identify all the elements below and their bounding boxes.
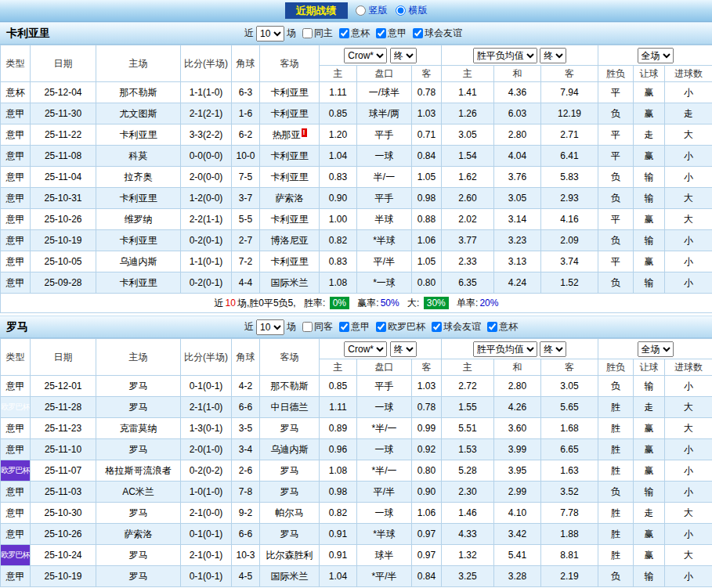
win-odds: 6.35 xyxy=(442,272,494,294)
scope-select[interactable]: 全场 xyxy=(638,48,674,63)
horizontal-layout-radio[interactable] xyxy=(396,5,406,16)
win-odds: 2.72 xyxy=(442,376,494,397)
match-row: 意甲25-11-30尤文图斯2-1(2-1)1-6卡利亚里0.85球半/两1.0… xyxy=(1,103,712,124)
corner-score: 3-7 xyxy=(232,188,260,209)
europe-source-select[interactable]: 胜平负均值 xyxy=(473,48,537,63)
layout-vertical-option[interactable]: 竖版 xyxy=(356,4,388,17)
filter-serie-a[interactable]: 意甲 xyxy=(339,320,370,334)
match-count-select[interactable]: 10 xyxy=(256,26,284,41)
goals-result: 小 xyxy=(665,524,712,545)
lose-odds: 7.78 xyxy=(541,503,598,524)
goals-result: 小 xyxy=(665,566,712,587)
handicap-result: 赢 xyxy=(634,103,665,124)
club-friendly-label: 球会友谊 xyxy=(425,27,462,40)
europe-period-select[interactable]: 终 xyxy=(540,48,566,63)
goals-result: 小 xyxy=(665,167,712,188)
subcol-win: 主 xyxy=(442,359,494,376)
away-team: 萨索洛 xyxy=(260,188,320,209)
match-result: 负 xyxy=(598,566,634,587)
draw-odds: 3.60 xyxy=(494,418,541,439)
lose-odds: 3.52 xyxy=(541,482,598,503)
match-row: 意甲25-11-03AC米兰1-0(1-0)7-8罗马0.98平/半0.902.… xyxy=(1,482,712,503)
handicap-home-odds: 0.82 xyxy=(320,503,357,524)
home-team: 卡利亚里 xyxy=(96,272,181,294)
corner-score: 2-7 xyxy=(232,230,260,251)
league-type: 意甲 xyxy=(1,272,31,294)
filter-club-friendly[interactable]: 球会友谊 xyxy=(413,27,462,40)
odds-period-select[interactable]: 终 xyxy=(390,341,417,357)
team-section-roma: 罗马 近 10 场 同客 意甲 欧罗巴杯 球会友谊 xyxy=(0,316,712,587)
match-row: 意甲25-10-31卡利亚里1-2(0-0)3-7萨索洛0.90平手0.982.… xyxy=(1,188,712,209)
europe-source-select[interactable]: 胜平负均值 xyxy=(473,341,537,357)
handicap-home-odds: 0.82 xyxy=(320,230,357,251)
lose-odds: 6.65 xyxy=(541,439,598,460)
lose-odds: 7.94 xyxy=(541,82,598,103)
subcol-draw: 和 xyxy=(494,359,541,376)
club-friendly-checkbox[interactable] xyxy=(413,28,423,38)
same-home-checkbox[interactable] xyxy=(302,28,313,38)
coppa-italia-checkbox[interactable] xyxy=(339,28,349,38)
handicap-rate-label: 赢率: xyxy=(357,298,378,308)
home-team: 罗马 xyxy=(96,397,181,418)
filter-serie-a[interactable]: 意甲 xyxy=(376,27,407,40)
away-team: 博洛尼亚 xyxy=(260,230,320,251)
filter-coppa-italia[interactable]: 意杯 xyxy=(487,320,518,334)
filter-same-away[interactable]: 同客 xyxy=(302,320,333,334)
handicap-result: 赢 xyxy=(634,251,665,272)
handicap-line: *平/半 xyxy=(357,566,412,587)
handicap-line: 球半 xyxy=(357,545,412,566)
club-friendly-checkbox[interactable] xyxy=(432,322,442,332)
match-result: 胜 xyxy=(598,460,634,482)
matches-table: 类型 日期 主场 比分(半场) 角球 客场 Crow* 终 胜平负均值 终 全场 xyxy=(0,45,712,313)
goals-result: 大 xyxy=(665,503,712,524)
page-title: 近期战绩 xyxy=(285,2,348,19)
handicap-home-odds: 1.04 xyxy=(320,146,357,167)
subcol-goals: 进球数 xyxy=(665,359,712,376)
subcol-win: 主 xyxy=(442,66,494,82)
match-count-select[interactable]: 10 xyxy=(256,319,284,335)
scope-select[interactable]: 全场 xyxy=(638,341,674,357)
away-team: 罗马 xyxy=(260,418,320,439)
odds-source-select[interactable]: Crow* xyxy=(344,48,387,63)
same-away-checkbox[interactable] xyxy=(302,322,313,332)
filter-europa-league[interactable]: 欧罗巴杯 xyxy=(376,320,425,334)
serie-a-label: 意甲 xyxy=(388,27,407,40)
score: 2-1(2-1) xyxy=(181,103,232,124)
lose-odds: 8.81 xyxy=(541,545,598,566)
handicap-away-odds: 0.80 xyxy=(412,460,442,482)
handicap-result: 走 xyxy=(634,397,665,418)
handicap-away-odds: 1.06 xyxy=(412,503,442,524)
goals-result: 大 xyxy=(665,209,712,230)
home-team: 罗马 xyxy=(96,503,181,524)
europe-period-select[interactable]: 终 xyxy=(540,341,566,357)
corner-score: 7-8 xyxy=(232,482,260,503)
handicap-result: 赢 xyxy=(634,460,665,482)
win-rate-label: 胜率: xyxy=(304,298,325,308)
goals-result: 大 xyxy=(665,188,712,209)
handicap-result: 输 xyxy=(634,188,665,209)
handicap-home-odds: 0.90 xyxy=(320,188,357,209)
handicap-line: *半球 xyxy=(357,230,412,251)
serie-a-checkbox[interactable] xyxy=(339,322,349,332)
layout-horizontal-option[interactable]: 横版 xyxy=(396,4,428,17)
filter-club-friendly[interactable]: 球会友谊 xyxy=(432,320,481,334)
odds-period-select[interactable]: 终 xyxy=(390,48,417,63)
match-row: 意甲25-10-26维罗纳2-2(1-1)5-5卡利亚里1.00半球0.882.… xyxy=(1,209,712,230)
odds-source-select[interactable]: Crow* xyxy=(344,341,387,357)
filter-same-home[interactable]: 同主 xyxy=(302,27,333,40)
europa-league-checkbox[interactable] xyxy=(376,322,386,332)
vertical-layout-radio[interactable] xyxy=(356,5,366,16)
coppa-italia-checkbox[interactable] xyxy=(487,322,497,332)
filter-coppa-italia[interactable]: 意杯 xyxy=(339,27,370,40)
league-type: 意甲 xyxy=(1,230,31,251)
handicap-away-odds: 0.84 xyxy=(412,566,442,587)
match-row: 意甲25-10-26萨索洛0-1(0-1)6-6罗马0.91*半球0.974.3… xyxy=(1,524,712,545)
away-team: 罗马 xyxy=(260,524,320,545)
serie-a-checkbox[interactable] xyxy=(376,28,386,38)
away-team: 中日德兰 xyxy=(260,397,320,418)
club-friendly-label: 球会友谊 xyxy=(443,320,481,334)
match-date: 25-10-24 xyxy=(31,545,96,566)
match-result: 胜 xyxy=(598,545,634,566)
match-result: 平 xyxy=(598,146,634,167)
goals-result: 小 xyxy=(665,482,712,503)
